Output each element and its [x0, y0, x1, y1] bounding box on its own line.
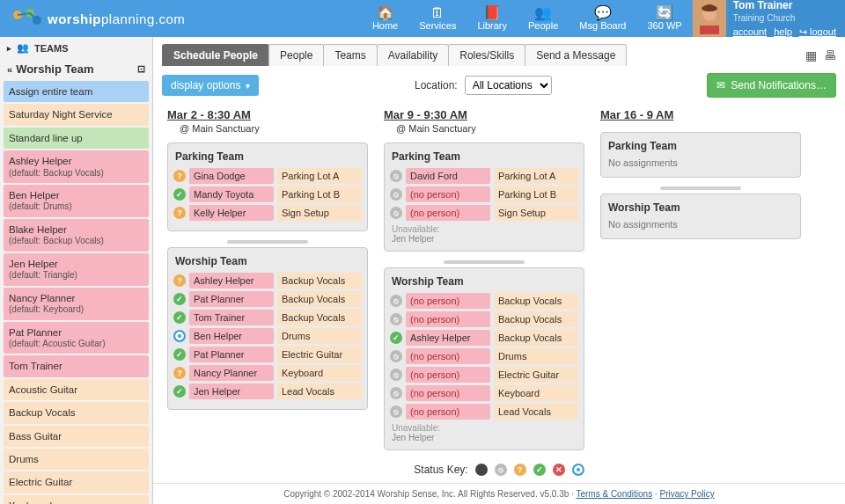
cal-icon: 🗓	[430, 6, 445, 20]
person-cell: Mandy Toyota	[189, 186, 274, 202]
terms-link[interactable]: Terms & Conditions	[576, 489, 652, 499]
assignment-row[interactable]: ⦸David FordParking Lot A	[390, 168, 578, 184]
sidebar-item[interactable]: Standard line up	[4, 128, 149, 149]
sidebar-item[interactable]: Pat Planner(default: Acoustic Guitar)	[4, 322, 149, 354]
assignment-row[interactable]: ⦸(no person)Backup Vocals	[390, 293, 578, 309]
assignment-row[interactable]: ✓Jen HelperLead Vocals	[173, 383, 362, 399]
expand-icon[interactable]: ⊡	[137, 63, 145, 75]
nav-home[interactable]: 🏠Home	[362, 0, 408, 37]
print-icon[interactable]: 🖶	[824, 48, 836, 62]
assignment-row[interactable]: ⦸(no person)Parking Lot B	[390, 186, 578, 202]
nav-people[interactable]: 👥People	[518, 0, 569, 37]
person-cell: (no person)	[406, 205, 490, 221]
status-icon: ✓	[173, 311, 186, 324]
assignment-row[interactable]: ?Kelly HelperSign Setup	[173, 205, 362, 221]
tab-teams[interactable]: Teams	[323, 44, 377, 66]
sidebar-item[interactable]: Bass Guitar	[4, 426, 149, 447]
sidebar-item[interactable]: Drums	[4, 449, 149, 470]
assignment-row[interactable]: Ben HelperDrums	[173, 328, 362, 344]
role-cell: Backup Vocals	[277, 291, 362, 307]
role-cell: Backup Vocals	[494, 311, 578, 327]
people-icon: 👥	[17, 42, 29, 54]
role-cell: Parking Lot A	[494, 168, 578, 184]
service-column: Mar 9 - 9:30 AM@ Main SanctuaryParking T…	[384, 108, 584, 459]
tab-availability[interactable]: Availability	[377, 44, 449, 66]
privacy-link[interactable]: Privacy Policy	[659, 489, 714, 499]
team-name: Parking Team	[608, 140, 793, 152]
assignment-row[interactable]: ✓Pat PlannerBackup Vocals	[173, 291, 362, 307]
assignment-row[interactable]: ⦸(no person)Electric Guitar	[390, 367, 578, 383]
tab-people[interactable]: People	[268, 44, 324, 66]
assignment-row[interactable]: ✓Mandy ToyotaParking Lot B	[173, 186, 362, 202]
sidebar-item[interactable]: Nancy Planner(default: Keyboard)	[4, 288, 149, 320]
team-box: Parking Team⦸David FordParking Lot A⦸(no…	[384, 142, 584, 252]
top-bar: worshipplanning.com 🏠Home🗓Services📕Libra…	[0, 0, 845, 37]
assignment-row[interactable]: ?Nancy PlannerKeyboard	[173, 365, 362, 381]
display-options-button[interactable]: display options	[162, 75, 259, 96]
sidebar-item[interactable]: Jen Helper(default: Triangle)	[4, 253, 149, 286]
unavailable: Unavailable:Jen Helper	[392, 224, 577, 244]
service-title[interactable]: Mar 2 - 8:30 AM	[167, 108, 368, 121]
tab-roles-skills[interactable]: Roles/Skills	[448, 44, 525, 66]
sidebar-item[interactable]: Electric Guitar	[4, 471, 149, 493]
nav-msg-board[interactable]: 💬Msg Board	[569, 0, 636, 37]
sidebar-teams-header[interactable]: ▸👥TEAMS	[0, 37, 152, 59]
divider	[227, 240, 307, 244]
role-cell: Keyboard	[494, 385, 578, 401]
status-icon: ⦸	[390, 369, 402, 381]
nav-library[interactable]: 📕Library	[467, 0, 518, 37]
assignment-row[interactable]: ✓Tom TrainerBackup Vocals	[173, 310, 362, 325]
sidebar-item[interactable]: Saturday Night Service	[4, 104, 149, 125]
assignment-row[interactable]: ⦸(no person)Lead Vocals	[390, 404, 578, 420]
user-name: Tom Trainer	[733, 0, 836, 12]
person-cell: Ben Helper	[189, 328, 274, 344]
team-name: Worship Team	[392, 275, 577, 288]
status-confirmed-icon: ✓	[533, 464, 546, 476]
status-black-icon	[475, 464, 488, 476]
sidebar-item[interactable]: Blake Helper(default: Backup Vocals)	[4, 219, 149, 252]
assignment-row[interactable]: ⦸(no person)Sign Setup	[390, 205, 578, 221]
assignment-row[interactable]: ⦸(no person)Keyboard	[390, 385, 578, 401]
status-icon	[173, 330, 186, 342]
tab-send-a-message[interactable]: Send a Message	[525, 44, 627, 66]
assignment-row[interactable]: ⦸(no person)Drums	[390, 348, 578, 364]
sidebar-item[interactable]: Tom Trainer	[4, 355, 149, 376]
sidebar-item[interactable]: Ashley Helper(default: Backup Vocals)	[4, 150, 149, 183]
assignment-row[interactable]: ?Gina DodgeParking Lot A	[173, 168, 362, 184]
nav-360-wp[interactable]: 🔄360 WP	[637, 0, 693, 37]
assignment-row[interactable]: ⦸(no person)Backup Vocals	[390, 311, 578, 327]
role-cell: Lead Vocals	[277, 383, 362, 399]
person-cell: (no person)	[406, 311, 490, 327]
tab-schedule-people[interactable]: Schedule People	[162, 44, 269, 66]
logo[interactable]: worshipplanning.com	[0, 8, 195, 29]
person-cell: Tom Trainer	[189, 310, 274, 325]
service-location: @ Main Sanctuary	[396, 123, 584, 134]
grid-view-icon[interactable]: ▦	[805, 48, 817, 62]
sidebar-item[interactable]: Keyboard	[4, 495, 149, 504]
role-cell: Backup Vocals	[277, 273, 362, 289]
person-cell: Gina Dodge	[189, 168, 274, 184]
service-title[interactable]: Mar 16 - 9 AM	[600, 108, 801, 121]
nav-services[interactable]: 🗓Services	[408, 0, 467, 37]
assignment-row[interactable]: ✓Pat PlannerElectric Guitar	[173, 347, 362, 362]
avatar[interactable]	[693, 0, 726, 37]
role-cell: Keyboard	[277, 365, 362, 381]
service-title[interactable]: Mar 9 - 9:30 AM	[384, 108, 584, 121]
role-cell: Drums	[277, 328, 362, 344]
location-select[interactable]: All Locations	[465, 76, 552, 95]
send-notifications-button[interactable]: ✉Send Notifications…	[707, 73, 836, 98]
refresh-icon: 🔄	[656, 6, 673, 20]
sidebar-item[interactable]: Backup Vocals	[4, 402, 149, 423]
person-cell: (no person)	[406, 348, 490, 364]
status-icon: ?	[173, 274, 186, 287]
assignment-row[interactable]: ✓Ashley HelperBackup Vocals	[390, 330, 578, 346]
status-icon: ⦸	[390, 170, 402, 182]
mail-icon: ✉	[716, 79, 725, 91]
sidebar-item[interactable]: Ben Helper(default: Drums)	[4, 185, 149, 217]
status-icon: ⦸	[390, 295, 402, 307]
back-icon[interactable]: «	[7, 64, 12, 75]
sidebar-item[interactable]: Acoustic Guitar	[4, 379, 149, 400]
assignment-row[interactable]: ?Ashley HelperBackup Vocals	[173, 273, 362, 289]
no-assignments: No assignments	[606, 219, 795, 231]
sidebar-item[interactable]: Assign entire team	[4, 81, 149, 102]
